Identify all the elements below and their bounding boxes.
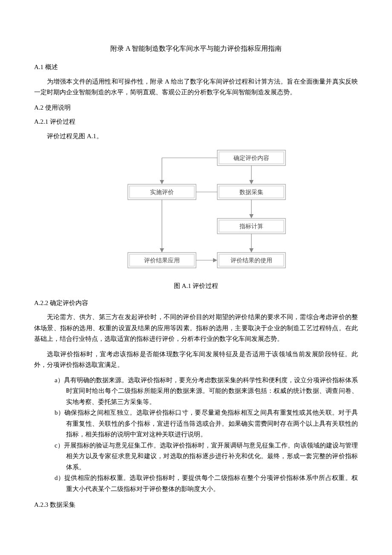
- fig-node-5: 评价结果应用: [144, 257, 180, 264]
- figure-a1-caption: 图 A.1 评价过程: [34, 281, 358, 292]
- heading-a2: A.2 使用说明: [34, 102, 358, 113]
- heading-a23: A.2.3 数据采集: [34, 500, 358, 511]
- svg-marker-15: [249, 214, 254, 218]
- doc-title: 附录 A 智能制造数字化车间水平与能力评价指标应用指南: [34, 43, 358, 54]
- heading-a21: A.2.1 评价过程: [34, 116, 358, 128]
- svg-marker-13: [249, 180, 254, 184]
- fig-node-3: 数据采集: [239, 189, 263, 195]
- figure-a1: 确定评价内容 实施评价 数据采集 指标计算 评价结果应用 评价结果的使用: [34, 146, 358, 278]
- svg-marker-20: [160, 180, 164, 184]
- list-item-a: a）具有明确的数据来源。选取评价指标时，要充分考虑数据采集的科学性和便利度，设立…: [55, 375, 358, 408]
- list-item-c: c）开展指标的验证与意见征集工作。选取评价指标时，宜开展调研与意见征集工作。向该…: [55, 440, 358, 473]
- para-a22-2: 选取评价指标时，宜考虑该指标是否能体现数字化车间发展特征及是否适用于该领域当前发…: [34, 349, 358, 371]
- svg-marker-25: [213, 258, 217, 262]
- svg-marker-23: [160, 248, 164, 253]
- fig-node-2: 实施评价: [150, 189, 174, 195]
- list-item-b: b）确保指标之间相互独立。选取评价指标口寸，要尽量避免指标相互之间具有重复性或其…: [55, 407, 358, 440]
- svg-marker-17: [249, 248, 254, 253]
- fig-node-6: 评价结果的使用: [231, 257, 272, 264]
- list-item-d: d）提供相应的指标权重。选取评价指标时，要提供每个二级指标在整个分项评价指标体系…: [55, 473, 358, 494]
- fig-node-1: 确定评价内容: [233, 155, 269, 161]
- para-a1: 为增强本文件的适用性和可操作性，附录 A 给出了数字化车间评价过程和计算方法。旨…: [34, 76, 358, 98]
- heading-a22: A.2.2 确定评价内容: [34, 298, 358, 309]
- para-a22-1: 无论需方、供方、第三方在发起评价时，不同的评价目的对期望的评价结果的要求不同，需…: [34, 312, 358, 345]
- fig-node-4: 指标计算: [239, 223, 263, 230]
- heading-a1: A.1 概述: [34, 62, 358, 73]
- list-a22: a）具有明确的数据来源。选取评价指标时，要充分考虑数据采集的科学性和便利度，设立…: [34, 375, 358, 495]
- para-a21: 评价过程见图 A.1。: [34, 131, 358, 142]
